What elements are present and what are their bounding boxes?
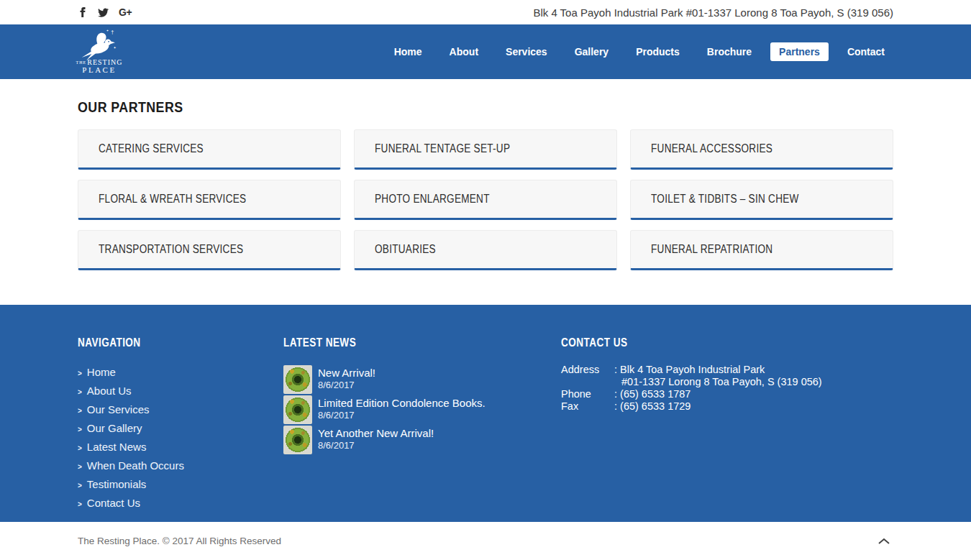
- contact-fax-value: : (65) 6533 1729: [614, 400, 893, 413]
- partner-card-transportation[interactable]: TRANSPORTATION SERVICES: [78, 230, 341, 270]
- svg-text:†: †: [111, 29, 114, 35]
- partner-card-floral[interactable]: FLORAL & WREATH SERVICES: [78, 180, 341, 220]
- footer-link-contact[interactable]: >Contact Us: [78, 497, 140, 509]
- main-menu: Home About Services Gallery Products Bro…: [386, 42, 893, 61]
- chevron-right-icon: >: [78, 407, 82, 415]
- back-to-top-button[interactable]: [875, 532, 893, 551]
- logo-text: THERESTING PLACE: [76, 59, 123, 75]
- nav-item-partners[interactable]: Partners: [770, 42, 829, 61]
- footer: NAVIGATION >Home >About Us >Our Services…: [0, 305, 971, 520]
- twitter-icon[interactable]: [97, 7, 109, 18]
- footer-link-about[interactable]: >About Us: [78, 385, 132, 397]
- copyright-text: The Resting Place. © 2017 All Rights Res…: [78, 536, 281, 546]
- main-navbar: † ✦ ✦ THERESTING PLACE Home About Servic…: [0, 24, 971, 79]
- chevron-right-icon: >: [78, 426, 82, 433]
- footer-latest-news: LATEST NEWS New Arrival! 8/6/2017 Limite…: [283, 336, 561, 513]
- page: G+ Blk 4 Toa Payoh Industrial Park #01-1…: [0, 0, 971, 560]
- nav-item-gallery[interactable]: Gallery: [566, 42, 617, 61]
- facebook-icon[interactable]: [78, 6, 88, 18]
- contact-address-label: Address: [561, 364, 614, 388]
- footer-link-death-occurs[interactable]: >When Death Occurs: [78, 459, 184, 472]
- news-thumbnail[interactable]: [283, 395, 312, 424]
- partner-card-catering[interactable]: CATERING SERVICES: [78, 129, 341, 170]
- partner-card-tentage[interactable]: FUNERAL TENTAGE SET-UP: [354, 129, 617, 170]
- chevron-right-icon: >: [78, 463, 82, 471]
- chevron-up-icon: [877, 535, 890, 548]
- news-item[interactable]: Limited Edition Condolence Books. 8/6/20…: [283, 395, 561, 424]
- footer-link-home[interactable]: >Home: [78, 366, 116, 378]
- chevron-right-icon: >: [78, 369, 82, 377]
- dove-logo-icon: † ✦ ✦: [81, 29, 118, 60]
- site-logo[interactable]: † ✦ ✦ THERESTING PLACE: [78, 29, 121, 75]
- google-plus-icon[interactable]: G+: [119, 6, 132, 18]
- chevron-right-icon: >: [78, 388, 82, 396]
- contact-fax-label: Fax: [561, 400, 614, 413]
- page-title: OUR PARTNERS: [78, 98, 183, 116]
- nav-item-contact[interactable]: Contact: [839, 42, 893, 61]
- contact-phone-value: : (65) 6533 1787: [614, 388, 893, 400]
- nav-item-home[interactable]: Home: [386, 42, 431, 61]
- contact-address-value: : Blk 4 Toa Payoh Industrial Park #01-13…: [614, 364, 893, 388]
- news-item[interactable]: New Arrival! 8/6/2017: [283, 365, 561, 394]
- social-links: G+: [78, 6, 132, 18]
- nav-item-about[interactable]: About: [441, 42, 487, 61]
- footer-link-gallery[interactable]: >Our Gallery: [78, 422, 142, 434]
- news-date: 8/6/2017: [318, 410, 486, 421]
- nav-item-services[interactable]: Services: [497, 42, 556, 61]
- news-thumbnail[interactable]: [283, 426, 312, 454]
- news-title[interactable]: New Arrival!: [318, 367, 375, 379]
- bottom-bar: The Resting Place. © 2017 All Rights Res…: [0, 520, 971, 560]
- chevron-right-icon: >: [78, 500, 82, 508]
- partners-grid: CATERING SERVICES FUNERAL TENTAGE SET-UP…: [78, 129, 893, 270]
- nav-item-products[interactable]: Products: [627, 42, 688, 61]
- footer-news-title: LATEST NEWS: [283, 336, 356, 349]
- footer-navigation: NAVIGATION >Home >About Us >Our Services…: [78, 336, 283, 513]
- footer-contact: CONTACT US Address : Blk 4 Toa Payoh Ind…: [561, 336, 893, 513]
- footer-navigation-title: NAVIGATION: [78, 336, 141, 349]
- footer-link-testimonials[interactable]: >Testimonials: [78, 478, 146, 490]
- chevron-right-icon: >: [78, 482, 82, 490]
- chevron-right-icon: >: [78, 444, 82, 452]
- partner-card-toilet-tidbits[interactable]: TOILET & TIDBITS – SIN CHEW: [630, 180, 893, 220]
- svg-text:✦: ✦: [106, 29, 109, 32]
- nav-item-brochure[interactable]: Brochure: [698, 42, 760, 61]
- news-date: 8/6/2017: [318, 380, 375, 390]
- news-item[interactable]: Yet Another New Arrival! 8/6/2017: [283, 426, 561, 454]
- news-title[interactable]: Limited Edition Condolence Books.: [318, 397, 486, 409]
- partner-card-accessories[interactable]: FUNERAL ACCESSORIES: [630, 129, 893, 170]
- partner-card-photo[interactable]: PHOTO ENLARGEMENT: [354, 180, 617, 220]
- news-thumbnail[interactable]: [283, 365, 312, 394]
- partner-card-obituaries[interactable]: OBITUARIES: [354, 230, 617, 270]
- news-date: 8/6/2017: [318, 440, 434, 451]
- partners-section: OUR PARTNERS CATERING SERVICES FUNERAL T…: [0, 79, 971, 305]
- footer-link-news[interactable]: >Latest News: [78, 441, 146, 453]
- news-title[interactable]: Yet Another New Arrival!: [318, 427, 434, 439]
- partner-card-repatriation[interactable]: FUNERAL REPATRIATION: [630, 230, 893, 270]
- footer-contact-title: CONTACT US: [561, 336, 627, 349]
- header-address: Blk 4 Toa Payoh Industrial Park #01-1337…: [533, 6, 893, 19]
- svg-text:✦: ✦: [114, 46, 117, 50]
- contact-phone-label: Phone: [561, 388, 614, 400]
- footer-link-services[interactable]: >Our Services: [78, 403, 150, 416]
- top-bar: G+ Blk 4 Toa Payoh Industrial Park #01-1…: [0, 0, 971, 24]
